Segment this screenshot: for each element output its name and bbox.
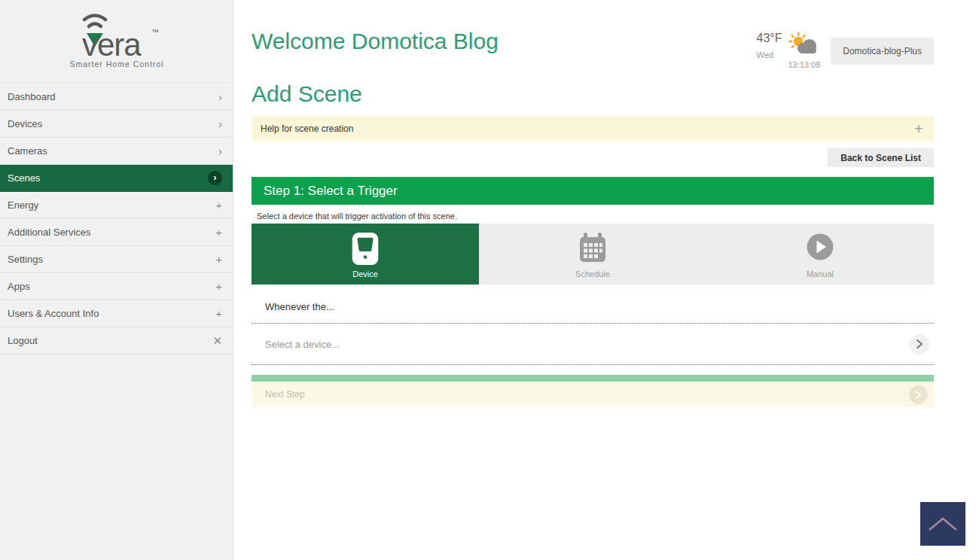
page-title: Add Scene: [252, 81, 934, 107]
sidebar-item-label: Settings: [8, 254, 43, 265]
back-row: Back to Scene List: [252, 148, 934, 167]
plus-icon: +: [215, 254, 222, 265]
sidebar-item-label: Devices: [8, 118, 42, 129]
dotted-divider: [252, 364, 934, 365]
partly-cloudy-icon: [788, 32, 819, 56]
brand-trademark: ™: [151, 28, 159, 36]
close-icon: ✕: [212, 335, 222, 346]
sidebar-nav: Dashboard › Devices › Cameras › Scenes ›…: [0, 84, 233, 355]
sidebar-item-users-account[interactable]: Users & Account Info +: [0, 300, 233, 327]
plus-icon: +: [215, 227, 222, 238]
header-right: 43°F Wed: [756, 27, 934, 69]
sidebar-item-label: Users & Account Info: [8, 308, 99, 319]
trigger-type-tabs: Device Schedule: [252, 224, 934, 285]
vera-logo-icon: vera ™ Smarter Home Control: [66, 11, 168, 72]
sidebar-item-apps[interactable]: Apps +: [0, 273, 233, 300]
welcome-title: Welcome Domotica Blog: [252, 27, 499, 69]
select-device-placeholder: Select a device...: [265, 339, 340, 350]
sidebar-item-dashboard[interactable]: Dashboard ›: [0, 84, 233, 111]
sidebar-item-label: Energy: [8, 199, 38, 211]
weather-temperature: 43°F: [756, 32, 782, 45]
plus-icon: +: [215, 281, 222, 292]
chevron-right-icon: ›: [218, 145, 222, 157]
chevron-right-icon: ›: [218, 118, 222, 129]
app-root: vera ™ Smarter Home Control Dashboard › …: [0, 0, 979, 560]
sidebar-item-label: Dashboard: [8, 91, 56, 102]
device-icon: [350, 231, 380, 270]
sidebar-item-devices[interactable]: Devices ›: [0, 111, 233, 138]
play-icon: [804, 231, 836, 266]
main-content: Welcome Domotica Blog 43°F Wed: [233, 0, 979, 560]
sidebar-item-label: Cameras: [8, 145, 47, 157]
sidebar-item-cameras[interactable]: Cameras ›: [0, 138, 233, 165]
controller-selector[interactable]: Domotica-blog-Plus: [831, 38, 934, 65]
tab-label: Schedule: [575, 269, 610, 278]
expand-plus-icon[interactable]: +: [914, 120, 923, 136]
header-row: Welcome Domotica Blog 43°F Wed: [252, 27, 934, 69]
chevron-right-circle-icon[interactable]: [909, 334, 929, 355]
sidebar-item-label: Additional Services: [8, 227, 91, 238]
sidebar-item-additional-services[interactable]: Additional Services +: [0, 219, 233, 246]
weather-day: Wed: [756, 50, 782, 59]
progress-strip: [252, 375, 934, 382]
calendar-icon: [576, 231, 609, 267]
tab-device[interactable]: Device: [252, 224, 479, 285]
brand-name: vera: [82, 27, 142, 62]
step-description: Select a device that will trigger activa…: [257, 212, 934, 221]
tab-label: Manual: [807, 269, 834, 278]
tab-manual[interactable]: Manual: [706, 224, 934, 285]
sidebar-item-label: Scenes: [8, 172, 40, 184]
help-accordion[interactable]: Help for scene creation +: [252, 116, 934, 141]
scroll-to-top-button[interactable]: [920, 502, 965, 546]
next-step-button[interactable]: Next Step: [252, 382, 934, 407]
sidebar-item-scenes[interactable]: Scenes ›: [0, 165, 233, 192]
weather-time: 13:13:08: [788, 60, 820, 69]
whenever-label: Whenever the...: [252, 285, 934, 323]
plus-icon: +: [215, 199, 222, 211]
sidebar-item-settings[interactable]: Settings +: [0, 246, 233, 273]
sidebar: vera ™ Smarter Home Control Dashboard › …: [0, 0, 233, 560]
chevron-up-icon: [926, 515, 959, 533]
chevron-right-icon: ›: [218, 91, 222, 102]
vera-logo: vera ™ Smarter Home Control: [0, 0, 233, 84]
step-header: Step 1: Select a Trigger: [252, 177, 934, 205]
next-step-label: Next Step: [265, 389, 305, 400]
sidebar-item-energy[interactable]: Energy +: [0, 192, 233, 219]
sidebar-item-logout[interactable]: Logout ✕: [0, 327, 233, 355]
tab-schedule[interactable]: Schedule: [479, 224, 706, 285]
weather-widget: 43°F Wed: [756, 32, 820, 69]
select-device-row[interactable]: Select a device...: [252, 324, 934, 364]
back-to-scene-list-button[interactable]: Back to Scene List: [828, 148, 934, 167]
tab-label: Device: [352, 269, 378, 278]
plus-icon: +: [215, 308, 222, 319]
chevron-right-circle-icon: ›: [208, 171, 222, 185]
help-label: Help for scene creation: [261, 123, 353, 134]
sidebar-item-label: Logout: [8, 335, 38, 346]
sidebar-item-label: Apps: [8, 281, 30, 292]
chevron-right-circle-icon: [909, 385, 928, 404]
brand-tagline: Smarter Home Control: [69, 59, 163, 68]
